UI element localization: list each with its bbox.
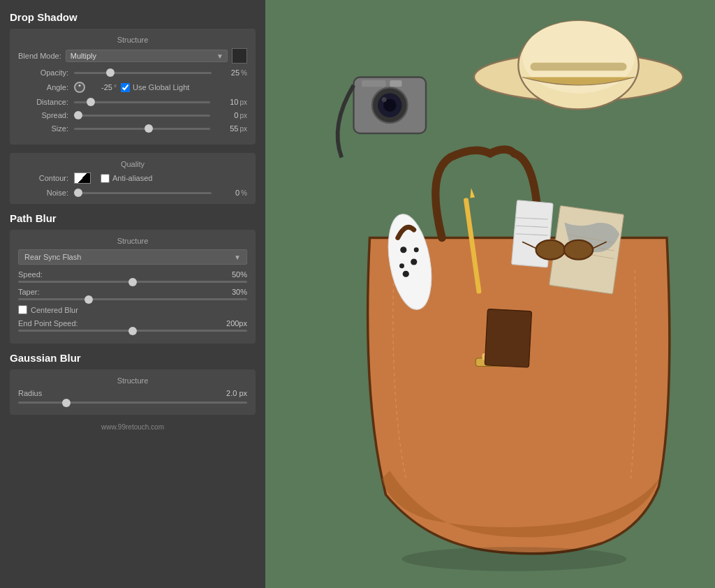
svg-point-33: [414, 247, 419, 252]
svg-point-24: [536, 240, 565, 260]
blend-mode-wrapper: Multiply ▼: [66, 50, 228, 62]
global-light-checkbox[interactable]: [121, 83, 130, 92]
anti-aliased-checkbox[interactable]: [101, 174, 110, 183]
blend-mode-row: Blend Mode: Multiply ▼: [18, 48, 247, 64]
endpoint-speed-row: End Point Speed: 200px: [18, 319, 247, 332]
opacity-row: Opacity: 25 %: [18, 68, 247, 77]
drop-shadow-structure-block: Structure Blend Mode: Multiply ▼ Opacity…: [10, 29, 256, 145]
radius-top: Radius 2.0 px: [18, 389, 247, 397]
size-label: Size:: [18, 124, 68, 133]
quality-label: Quality: [18, 160, 247, 168]
size-slider[interactable]: [74, 128, 210, 130]
radius-label: Radius: [18, 389, 42, 397]
svg-point-31: [411, 258, 417, 265]
svg-point-30: [400, 247, 406, 253]
global-light-label: Use Global Light: [133, 83, 189, 91]
gaussian-blur-structure-label: Structure: [18, 376, 247, 385]
svg-point-8: [382, 97, 387, 102]
drop-shadow-structure-label: Structure: [18, 36, 247, 44]
spread-label: Spread:: [18, 111, 68, 119]
opacity-slider[interactable]: [74, 72, 212, 74]
size-slider-container: [74, 128, 210, 130]
blend-mode-color-swatch[interactable]: [232, 48, 247, 64]
opacity-label: Opacity:: [18, 68, 68, 77]
svg-point-25: [564, 240, 593, 260]
angle-label: Angle:: [18, 83, 68, 91]
drop-shadow-quality-block: Quality Contour: Anti-aliased Noise: 0 %: [10, 153, 256, 204]
angle-dot: [79, 84, 81, 87]
size-value: 55: [214, 124, 238, 133]
gaussian-blur-section: Gaussian Blur Structure Radius 2.0 px: [10, 352, 256, 415]
svg-point-34: [399, 263, 404, 268]
radius-value: 2.0 px: [226, 389, 247, 397]
travel-bag-illustration: [265, 0, 715, 588]
path-blur-dropdown-value: Rear Sync Flash: [24, 253, 81, 261]
size-unit: px: [239, 125, 247, 133]
distance-slider[interactable]: [74, 101, 210, 103]
svg-point-35: [402, 547, 627, 571]
spread-slider[interactable]: [74, 115, 210, 117]
spread-slider-container: [74, 115, 210, 117]
path-blur-structure-label: Structure: [18, 237, 247, 245]
spread-row: Spread: 0 px: [18, 111, 247, 119]
footer: www.99retouch.com: [10, 423, 256, 431]
radius-row: Radius 2.0 px: [18, 389, 247, 404]
contour-row: Contour: Anti-aliased: [18, 172, 247, 184]
endpoint-slider[interactable]: [18, 330, 247, 332]
distance-label: Distance:: [18, 98, 68, 106]
opacity-slider-container: [74, 72, 212, 74]
angle-row: Angle: -25 ° Use Global Light: [18, 82, 247, 93]
svg-rect-9: [362, 80, 386, 87]
contour-thumb[interactable]: [74, 172, 91, 184]
speed-slider[interactable]: [18, 281, 247, 283]
svg-rect-19: [485, 309, 531, 367]
global-light-wrapper: Use Global Light: [121, 83, 189, 92]
noise-label: Noise:: [18, 189, 68, 197]
svg-point-32: [403, 271, 409, 277]
angle-degree: °: [114, 84, 117, 91]
distance-value: 10: [214, 98, 238, 106]
spread-unit: px: [239, 112, 247, 119]
path-blur-dropdown-chevron-icon: ▼: [234, 253, 241, 261]
radius-slider[interactable]: [18, 402, 247, 404]
anti-aliased-wrapper: Anti-aliased: [101, 174, 152, 183]
opacity-value: 25: [216, 68, 239, 77]
svg-rect-3: [531, 63, 627, 71]
noise-slider[interactable]: [74, 192, 212, 194]
blend-mode-label: Blend Mode:: [18, 52, 61, 60]
size-row: Size: 55 px: [18, 124, 247, 133]
footer-text: www.99retouch.com: [101, 423, 164, 431]
taper-row: Taper: 30%: [18, 288, 247, 300]
drop-shadow-title: Drop Shadow: [10, 11, 256, 23]
path-blur-dropdown[interactable]: Rear Sync Flash ▼: [18, 249, 247, 265]
noise-unit: %: [241, 189, 247, 197]
drop-shadow-section: Drop Shadow Structure Blend Mode: Multip…: [10, 11, 256, 204]
path-blur-title: Path Blur: [10, 212, 256, 224]
path-blur-section: Path Blur Structure Rear Sync Flash ▼ Sp…: [10, 212, 256, 344]
centered-blur-checkbox[interactable]: [18, 305, 27, 314]
anti-aliased-label: Anti-aliased: [112, 174, 152, 182]
centered-blur-label: Centered Blur: [31, 306, 78, 314]
angle-value: -25: [93, 83, 112, 91]
left-panel: Drop Shadow Structure Blend Mode: Multip…: [0, 0, 265, 588]
distance-unit: px: [239, 98, 247, 106]
blend-mode-select[interactable]: Multiply: [66, 50, 228, 62]
angle-dial[interactable]: [74, 82, 85, 93]
noise-value: 0: [216, 189, 239, 197]
gaussian-blur-title: Gaussian Blur: [10, 352, 256, 364]
svg-marker-14: [469, 188, 475, 198]
spread-value: 0: [214, 111, 238, 119]
taper-slider[interactable]: [18, 298, 247, 300]
speed-row: Speed: 50%: [18, 270, 247, 283]
distance-row: Distance: 10 px: [18, 98, 247, 106]
svg-rect-10: [390, 80, 401, 87]
noise-slider-container: [74, 192, 212, 194]
path-blur-structure-block: Structure Rear Sync Flash ▼ Speed: 50%: [10, 230, 256, 344]
contour-label: Contour:: [18, 174, 68, 182]
noise-row: Noise: 0 %: [18, 189, 247, 197]
opacity-unit: %: [241, 69, 247, 77]
distance-slider-container: [74, 101, 210, 103]
gaussian-blur-structure-block: Structure Radius 2.0 px: [10, 369, 256, 415]
centered-blur-row: Centered Blur: [18, 305, 247, 314]
right-panel: [265, 0, 715, 588]
